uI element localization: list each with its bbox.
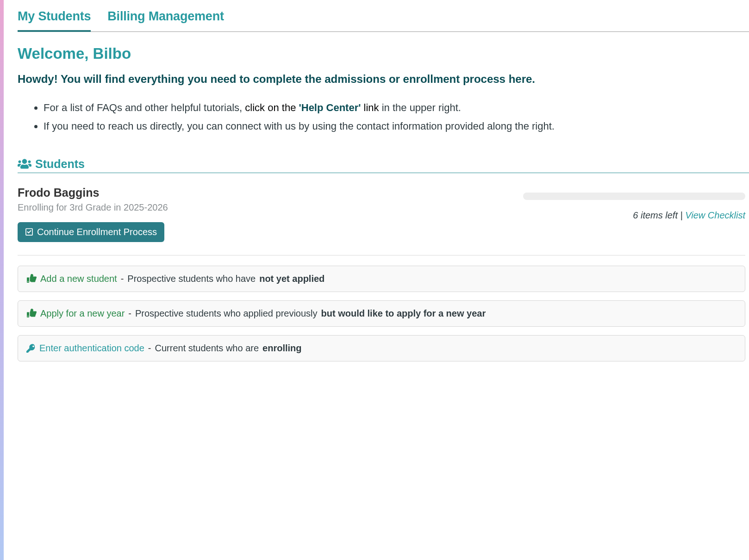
auth-code-desc-bold: enrolling bbox=[262, 343, 301, 354]
add-student-link[interactable]: Add a new student bbox=[40, 274, 117, 284]
apply-new-year-desc-bold: but would like to apply for a new year bbox=[321, 308, 486, 319]
progress-bar bbox=[523, 193, 745, 200]
bullet-text: click on the bbox=[245, 102, 296, 113]
view-checklist-link[interactable]: View Checklist bbox=[685, 210, 745, 220]
apply-new-year-desc: Prospective students who applied previou… bbox=[135, 308, 318, 319]
student-card: Frodo Baggins Enrolling for 3rd Grade in… bbox=[18, 186, 749, 242]
dash: - bbox=[148, 343, 151, 354]
help-center-label: 'Help Center' bbox=[299, 102, 361, 113]
check-square-icon bbox=[25, 228, 33, 236]
auth-code-desc: Current students who are bbox=[155, 343, 259, 354]
tab-bar: My Students Billing Management bbox=[18, 5, 749, 32]
apply-new-year-link[interactable]: Apply for a new year bbox=[40, 308, 125, 319]
welcome-subtitle: Howdy! You will find everything you need… bbox=[18, 71, 749, 87]
bullet-text: For a list of FAQs and other helpful tut… bbox=[44, 102, 245, 113]
bullet-faq: For a list of FAQs and other helpful tut… bbox=[44, 100, 749, 116]
add-student-desc-bold: not yet applied bbox=[259, 274, 325, 284]
divider bbox=[18, 255, 745, 255]
items-left: 6 items left bbox=[633, 210, 678, 220]
dash: - bbox=[128, 308, 131, 319]
continue-enrollment-button[interactable]: Continue Enrollment Process bbox=[18, 222, 164, 242]
gradient-strip bbox=[0, 0, 4, 560]
welcome-bullets: For a list of FAQs and other helpful tut… bbox=[18, 100, 749, 135]
bullet-text: in the upper right. bbox=[379, 102, 461, 113]
users-icon bbox=[18, 158, 31, 169]
add-student-desc: Prospective students who have bbox=[127, 274, 256, 284]
key-icon bbox=[26, 343, 36, 353]
student-enrolling: Enrolling for 3rd Grade in 2025-2026 bbox=[18, 202, 509, 213]
students-heading: Students bbox=[35, 157, 85, 171]
hand-point-right-icon bbox=[26, 309, 37, 318]
action-auth-code[interactable]: Enter authentication code - Current stud… bbox=[18, 335, 745, 361]
action-add-student[interactable]: Add a new student - Prospective students… bbox=[18, 266, 745, 292]
continue-enrollment-label: Continue Enrollment Process bbox=[37, 227, 157, 237]
students-section-header: Students bbox=[18, 157, 749, 173]
student-name: Frodo Baggins bbox=[18, 186, 509, 199]
tab-my-students[interactable]: My Students bbox=[18, 5, 91, 32]
auth-code-link[interactable]: Enter authentication code bbox=[39, 343, 144, 354]
tab-billing-management[interactable]: Billing Management bbox=[107, 5, 224, 32]
welcome-title: Welcome, Bilbo bbox=[18, 45, 749, 62]
hand-point-right-icon bbox=[26, 274, 37, 283]
bullet-contact: If you need to reach us directly, you ca… bbox=[44, 118, 749, 135]
bullet-text: link bbox=[364, 102, 379, 113]
dash: - bbox=[121, 274, 124, 284]
action-apply-new-year[interactable]: Apply for a new year - Prospective stude… bbox=[18, 300, 745, 327]
separator: | bbox=[680, 210, 686, 220]
